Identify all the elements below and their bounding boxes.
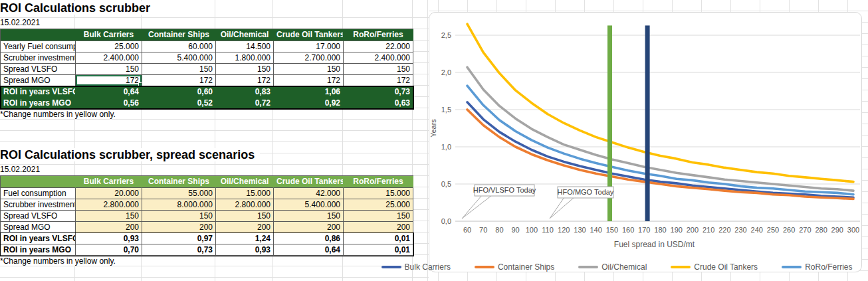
legend-item-roro-ferries[interactable]: RoRo/Ferries xyxy=(782,262,852,272)
roi-cell-roi-in-years-mgo-crude-oil-tankers[interactable]: 0,64 xyxy=(274,244,344,256)
header-corner-cell[interactable] xyxy=(1,29,76,41)
column-header-oil-chemical[interactable]: Oil/Chemical xyxy=(216,176,274,188)
column-header-container-ships[interactable]: Container Ships xyxy=(142,29,216,41)
roi-cell-roi-in-years-vlsfo-oil-chemical[interactable]: 0,83 xyxy=(216,86,274,98)
data-cell-spread-mgo-container-ships[interactable]: 172 xyxy=(142,75,216,86)
data-cell-yearly-fuel-consumption-roro-ferries[interactable]: 22.000 xyxy=(344,41,413,52)
roi-cell-roi-in-years-mgo-roro-ferries[interactable]: 0,01 xyxy=(344,244,413,256)
row-label-scrubber-investment[interactable]: Scrubber investment xyxy=(1,199,76,211)
row-label-spread-mgo[interactable]: Spread MGO xyxy=(1,222,76,233)
table2-note-cell[interactable]: *Change numbers in yellow only. xyxy=(0,256,413,267)
data-cell-spread-mgo-bulk-carriers-selected[interactable]: 172 xyxy=(76,75,142,86)
data-cell-spread-mgo-oil-chemical[interactable]: 200 xyxy=(216,222,274,233)
data-cell-spread-mgo-container-ships[interactable]: 200 xyxy=(142,222,216,233)
legend-item-container-ships[interactable]: Container Ships xyxy=(475,262,554,272)
data-cell-scrubber-investment-bulk-carriers[interactable]: 2.800.000 xyxy=(76,199,142,211)
data-cell-spread-vlsfo-oil-chemical[interactable]: 150 xyxy=(216,211,274,222)
roi-cell-roi-in-years-vlsfo-container-ships[interactable]: 0,60 xyxy=(142,86,216,98)
data-cell-scrubber-investment-bulk-carriers[interactable]: 2.400.000 xyxy=(76,52,142,64)
data-cell-scrubber-investment-container-ships[interactable]: 8.000.000 xyxy=(142,199,216,211)
roi-cell-roi-in-years-vlsfo-bulk-carriers[interactable]: 0,64 xyxy=(76,86,142,98)
table2-header-row: Bulk CarriersContainer ShipsOil/Chemical… xyxy=(1,176,413,188)
roi-cell-roi-in-years-mgo-bulk-carriers[interactable]: 0,70 xyxy=(76,244,142,256)
row-label-yearly-fuel-consumption[interactable]: Yearly Fuel consumption xyxy=(1,41,76,52)
data-cell-scrubber-investment-crude-oil-tankers[interactable]: 2.700.000 xyxy=(274,52,344,64)
row-label-roi-in-years-mgo[interactable]: ROI in years MGO xyxy=(1,98,76,109)
data-cell-yearly-fuel-consumption-oil-chemical[interactable]: 14.500 xyxy=(216,41,274,52)
data-cell-scrubber-investment-oil-chemical[interactable]: 1.800.000 xyxy=(216,52,274,64)
legend-item-crude-oil-tankers[interactable]: Crude Oil Tankers xyxy=(671,262,758,272)
data-cell-spread-mgo-roro-ferries[interactable]: 172 xyxy=(344,75,413,86)
data-cell-spread-vlsfo-container-ships[interactable]: 150 xyxy=(142,211,216,222)
data-cell-spread-vlsfo-container-ships[interactable]: 150 xyxy=(142,64,216,75)
roi-cell-roi-in-years-mgo-oil-chemical[interactable]: 0,72 xyxy=(216,98,274,109)
y-axis-title[interactable]: Years xyxy=(429,119,437,138)
vline-hfo-mgo-today[interactable] xyxy=(645,25,650,221)
roi-cell-roi-in-years-vlsfo-roro-ferries[interactable]: 0,01 xyxy=(344,233,413,244)
column-header-roro-ferries[interactable]: RoRo/Ferries xyxy=(344,29,413,41)
data-cell-spread-mgo-bulk-carriers[interactable]: 200 xyxy=(76,222,142,233)
row-label-scrubber-investment[interactable]: Scrubber investment xyxy=(1,52,76,64)
row-label-roi-in-years-vlsfo[interactable]: ROI in years VLSFO xyxy=(1,233,76,244)
roi-cell-roi-in-years-mgo-container-ships[interactable]: 0,52 xyxy=(142,98,216,109)
data-cell-fuel-consumption-crude-oil-tankers[interactable]: 42.000 xyxy=(274,188,344,199)
column-header-crude-oil-tankers[interactable]: Crude Oil Tankers xyxy=(274,29,344,41)
column-header-container-ships[interactable]: Container Ships xyxy=(142,176,216,188)
column-header-crude-oil-tankers[interactable]: Crude Oil Tankers xyxy=(274,176,344,188)
roi-cell-roi-in-years-vlsfo-crude-oil-tankers[interactable]: 0,86 xyxy=(274,233,344,244)
row-label-fuel-consumption[interactable]: Fuel consumption xyxy=(1,188,76,199)
data-cell-scrubber-investment-container-ships[interactable]: 5.400.000 xyxy=(142,52,216,64)
data-cell-spread-vlsfo-bulk-carriers[interactable]: 150 xyxy=(76,211,142,222)
row-label-spread-vlsfo[interactable]: Spread VLSFO xyxy=(1,211,76,222)
column-header-oil-chemical[interactable]: Oil/Chemical xyxy=(216,29,274,41)
roi-cell-roi-in-years-mgo-bulk-carriers[interactable]: 0,56 xyxy=(76,98,142,109)
roi-cell-roi-in-years-vlsfo-oil-chemical[interactable]: 1,24 xyxy=(216,233,274,244)
header-corner-cell[interactable] xyxy=(1,176,76,188)
data-cell-spread-mgo-crude-oil-tankers[interactable]: 172 xyxy=(274,75,344,86)
data-cell-fuel-consumption-container-ships[interactable]: 55.000 xyxy=(142,188,216,199)
data-cell-spread-vlsfo-crude-oil-tankers[interactable]: 150 xyxy=(274,64,344,75)
row-label-spread-vlsfo[interactable]: Spread VLSFO xyxy=(1,64,76,75)
roi-cell-roi-in-years-mgo-roro-ferries[interactable]: 0,63 xyxy=(344,98,413,109)
column-header-roro-ferries[interactable]: RoRo/Ferries xyxy=(344,176,413,188)
row-label-roi-in-years-mgo[interactable]: ROI in years MGO xyxy=(1,244,76,256)
legend-item-oil-chemical[interactable]: Oil/Chemical xyxy=(578,262,647,272)
data-cell-spread-mgo-oil-chemical[interactable]: 172 xyxy=(216,75,274,86)
data-cell-scrubber-investment-oil-chemical[interactable]: 2.800.000 xyxy=(216,199,274,211)
roi-cell-roi-in-years-mgo-container-ships[interactable]: 0,73 xyxy=(142,244,216,256)
data-cell-scrubber-investment-roro-ferries[interactable]: 25.000 xyxy=(344,199,413,211)
data-cell-scrubber-investment-crude-oil-tankers[interactable]: 5.400.000 xyxy=(274,199,344,211)
legend-item-bulk-carriers[interactable]: Bulk Carriers xyxy=(381,262,451,272)
row-label-spread-mgo[interactable]: Spread MGO xyxy=(1,75,76,86)
data-cell-spread-vlsfo-crude-oil-tankers[interactable]: 150 xyxy=(274,211,344,222)
roi-line-chart[interactable]: 0,00,51,01,52,02,56070809010011012013014… xyxy=(429,12,862,272)
data-cell-spread-mgo-crude-oil-tankers[interactable]: 200 xyxy=(274,222,344,233)
column-header-bulk-carriers[interactable]: Bulk Carriers xyxy=(76,29,142,41)
data-cell-fuel-consumption-oil-chemical[interactable]: 15.000 xyxy=(216,188,274,199)
row-label-roi-in-years-vlsfo[interactable]: ROI in years VLSFO xyxy=(1,86,76,98)
column-header-bulk-carriers[interactable]: Bulk Carriers xyxy=(76,176,142,188)
data-cell-spread-vlsfo-oil-chemical[interactable]: 150 xyxy=(216,64,274,75)
data-cell-spread-vlsfo-roro-ferries[interactable]: 150 xyxy=(344,211,413,222)
data-cell-spread-vlsfo-roro-ferries[interactable]: 150 xyxy=(344,64,413,75)
roi-cell-roi-in-years-vlsfo-container-ships[interactable]: 0,97 xyxy=(142,233,216,244)
data-cell-yearly-fuel-consumption-container-ships[interactable]: 60.000 xyxy=(142,41,216,52)
table2-date-cell[interactable]: 15.02.2021 xyxy=(0,164,413,175)
x-axis-title[interactable]: Fuel spread in USD/mt xyxy=(614,240,695,249)
roi-cell-roi-in-years-vlsfo-crude-oil-tankers[interactable]: 1,06 xyxy=(274,86,344,98)
data-cell-fuel-consumption-roro-ferries[interactable]: 15.000 xyxy=(344,188,413,199)
roi-cell-roi-in-years-vlsfo-roro-ferries[interactable]: 0,73 xyxy=(344,86,413,98)
table2-title-cell[interactable]: ROI Calculations scrubber, spread scenar… xyxy=(0,147,413,164)
data-cell-scrubber-investment-roro-ferries[interactable]: 2.400.000 xyxy=(344,52,413,64)
data-cell-spread-mgo-roro-ferries[interactable]: 200 xyxy=(344,222,413,233)
table1-title-cell[interactable]: ROI Calculations scrubber xyxy=(0,0,413,17)
roi-cell-roi-in-years-mgo-crude-oil-tankers[interactable]: 0,92 xyxy=(274,98,344,109)
data-cell-yearly-fuel-consumption-bulk-carriers[interactable]: 25.000 xyxy=(76,41,142,52)
roi-cell-roi-in-years-mgo-oil-chemical[interactable]: 0,93 xyxy=(216,244,274,256)
data-cell-spread-vlsfo-bulk-carriers[interactable]: 150 xyxy=(76,64,142,75)
roi-cell-roi-in-years-vlsfo-bulk-carriers[interactable]: 0,93 xyxy=(76,233,142,244)
table1-note-cell[interactable]: *Change numbers in yellow only. xyxy=(0,109,413,120)
table1-date-cell[interactable]: 15.02.2021 xyxy=(0,17,413,29)
data-cell-fuel-consumption-bulk-carriers[interactable]: 20.000 xyxy=(76,188,142,199)
data-cell-yearly-fuel-consumption-crude-oil-tankers[interactable]: 17.000 xyxy=(274,41,344,52)
